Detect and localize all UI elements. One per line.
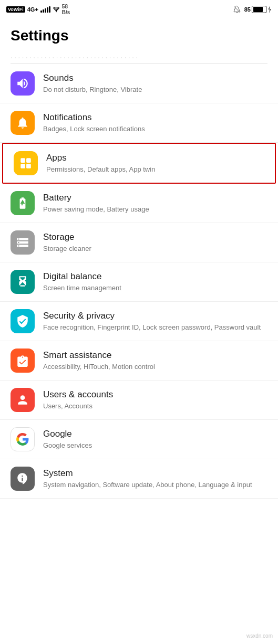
vowifi-indicator: VoWiFi (6, 6, 25, 13)
battery-container: 85 (244, 6, 272, 13)
sounds-text: Sounds Do not disturb, Ringtone, Vibrate (43, 72, 267, 94)
status-left: VoWiFi 4G+ 58B/s (6, 4, 70, 15)
smart-assistance-title: Smart assistance (43, 350, 267, 361)
svg-rect-3 (20, 158, 25, 163)
storage-subtitle: Storage cleaner (43, 244, 267, 254)
users-icon-wrapper (11, 388, 35, 412)
security-title: Security & privacy (43, 310, 267, 322)
smart-assistance-icon-wrapper (11, 349, 35, 373)
settings-list: Sounds Do not disturb, Ringtone, Vibrate… (0, 64, 278, 499)
settings-item-sounds[interactable]: Sounds Do not disturb, Ringtone, Vibrate (0, 64, 278, 103)
network-type: 4G+ (27, 6, 38, 13)
battery-title: Battery (43, 192, 267, 204)
sounds-icon-wrapper (11, 71, 35, 96)
apps-title: Apps (46, 152, 264, 164)
digital-balance-text: Digital balance Screen time management (43, 271, 267, 293)
status-bar: VoWiFi 4G+ 58B/s 85 (0, 0, 278, 19)
svg-rect-4 (26, 158, 31, 163)
person-icon (16, 393, 29, 407)
storage-icon-wrapper (11, 230, 35, 255)
settings-item-apps[interactable]: Apps Permissions, Default apps, App twin (2, 143, 276, 184)
google-icon (16, 432, 29, 446)
hourglass-icon (16, 275, 29, 289)
storage-title: Storage (43, 231, 267, 243)
storage-text: Storage Storage cleaner (43, 231, 267, 254)
notifications-subtitle: Badges, Lock screen notifications (43, 124, 267, 134)
notifications-title: Notifications (43, 112, 267, 123)
network-speed: 58B/s (62, 4, 70, 15)
system-icon-wrapper (11, 467, 35, 491)
smart-assistance-subtitle: Accessibility, HiTouch, Motion control (43, 362, 267, 372)
svg-point-0 (56, 11, 57, 12)
volume-icon (16, 77, 29, 90)
sounds-subtitle: Do not disturb, Ringtone, Vibrate (43, 85, 267, 94)
signal-bars-icon (40, 6, 50, 13)
battery-percent: 85 (244, 6, 251, 13)
digital-balance-subtitle: Screen time management (43, 283, 267, 293)
settings-item-security-privacy[interactable]: Security & privacy Face recognition, Fin… (0, 302, 278, 341)
settings-item-system[interactable]: System System navigation, Software updat… (0, 459, 278, 499)
svg-rect-5 (20, 164, 25, 168)
svg-marker-2 (268, 6, 271, 13)
settings-item-smart-assistance[interactable]: Smart assistance Accessibility, HiTouch,… (0, 341, 278, 381)
battery-icon (252, 6, 266, 13)
security-icon-wrapper (11, 309, 35, 333)
settings-item-users-accounts[interactable]: Users & accounts Users, Accounts (0, 381, 278, 420)
users-title: Users & accounts (43, 389, 267, 400)
settings-item-storage[interactable]: Storage Storage cleaner (0, 223, 278, 262)
security-subtitle: Face recognition, Fingerprint ID, Lock s… (43, 323, 267, 332)
apps-text: Apps Permissions, Default apps, App twin (46, 152, 264, 174)
google-title: Google (43, 428, 267, 440)
settings-item-digital-balance[interactable]: Digital balance Screen time management (0, 262, 278, 302)
battery-settings-text: Battery Power saving mode, Battery usage (43, 192, 267, 214)
notifications-icon-wrapper (11, 111, 35, 135)
settings-item-battery[interactable]: Battery Power saving mode, Battery usage (0, 184, 278, 223)
smart-assistance-text: Smart assistance Accessibility, HiTouch,… (43, 350, 267, 372)
digital-balance-title: Digital balance (43, 271, 267, 282)
settings-item-notifications[interactable]: Notifications Badges, Lock screen notifi… (0, 103, 278, 143)
status-right: 85 (233, 5, 272, 14)
bell-icon (16, 116, 29, 130)
system-subtitle: System navigation, Software update, Abou… (43, 480, 267, 490)
sounds-title: Sounds (43, 72, 267, 84)
google-subtitle: Google services (43, 441, 267, 450)
security-text: Security & privacy Face recognition, Fin… (43, 310, 267, 332)
bell-muted-icon (233, 5, 241, 14)
apps-subtitle: Permissions, Default apps, App twin (46, 165, 264, 174)
users-text: Users & accounts Users, Accounts (43, 389, 267, 411)
grid-icon (19, 156, 33, 170)
battery-settings-icon (16, 196, 29, 210)
google-icon-wrapper (11, 427, 35, 451)
info-icon (16, 472, 29, 485)
settings-item-google[interactable]: Google Google services (0, 420, 278, 459)
system-text: System System navigation, Software updat… (43, 468, 267, 490)
svg-rect-6 (26, 164, 31, 168)
watermark: wsxdn.com (246, 633, 273, 639)
shield-icon (16, 314, 29, 328)
digital-balance-icon-wrapper (11, 270, 35, 294)
apps-icon-wrapper (14, 151, 38, 175)
system-title: System (43, 468, 267, 479)
charging-icon (267, 6, 272, 13)
hand-icon (16, 354, 29, 367)
google-text: Google Google services (43, 428, 267, 450)
storage-icon (16, 236, 29, 249)
notifications-text: Notifications Badges, Lock screen notifi… (43, 112, 267, 134)
wifi-icon (53, 6, 60, 13)
users-subtitle: Users, Accounts (43, 402, 267, 411)
page-title: Settings (0, 19, 278, 48)
battery-settings-icon-wrapper (11, 191, 35, 215)
battery-subtitle: Power saving mode, Battery usage (43, 205, 267, 214)
top-partial-item: . . . . . . . . . . . . . . . . . . . . … (11, 48, 267, 64)
